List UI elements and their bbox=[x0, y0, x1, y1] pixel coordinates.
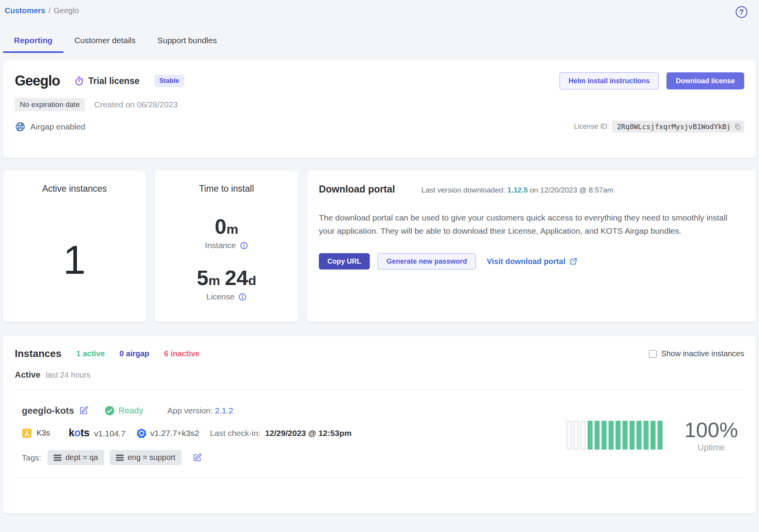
license-summary-card: Geeglo Trial license Stable Helm install… bbox=[3, 60, 756, 158]
license-id-value: 2Rq8WLcsjfxqrMysjvB1WodYkBj bbox=[617, 122, 731, 131]
license-id-badge: 2Rq8WLcsjfxqrMysjvB1WodYkBj bbox=[612, 121, 744, 133]
copy-icon[interactable] bbox=[734, 123, 741, 130]
status-label: Ready bbox=[119, 406, 143, 416]
kubernetes-icon bbox=[136, 428, 147, 438]
uptime-bar bbox=[623, 421, 628, 450]
app-version: App version: 2.1.2 bbox=[167, 406, 233, 415]
tag-label: dept = qa bbox=[65, 453, 98, 462]
uptime-bar bbox=[574, 421, 579, 450]
customer-reporting-page: Customers/Geeglo ? Reporting Customer de… bbox=[0, 0, 759, 532]
last-version-downloaded: Last version downloaded: 1.12.5 on 12/20… bbox=[421, 186, 614, 194]
kots-version-group: kots v1.104.7 bbox=[68, 427, 125, 439]
tab-reporting[interactable]: Reporting bbox=[3, 33, 63, 53]
uptime-bar bbox=[588, 421, 593, 450]
license-time-unit-1: m bbox=[208, 273, 220, 288]
divider bbox=[15, 478, 744, 478]
kots-version: v1.104.7 bbox=[94, 429, 126, 438]
license-id-label: License ID: bbox=[574, 122, 609, 131]
uptime-bar bbox=[602, 421, 607, 450]
stopwatch-icon bbox=[74, 76, 84, 86]
instances-title: Instances bbox=[15, 348, 61, 360]
airgap-count[interactable]: 0 airgap bbox=[119, 349, 149, 358]
airgap-label: Airgap enabled bbox=[30, 122, 85, 131]
breadcrumb: Customers/Geeglo bbox=[5, 6, 79, 15]
license-time-label-row: License bbox=[163, 292, 290, 301]
instances-card: Instances 1 active 0 airgap 6 inactive S… bbox=[3, 336, 756, 513]
instance-name: geeglo-kots bbox=[22, 405, 74, 416]
check-circle-icon bbox=[105, 406, 115, 416]
uptime-bar bbox=[658, 421, 663, 450]
expiration-badge: No expiration date bbox=[15, 98, 85, 111]
last-version-suffix: on 12/20/2023 @ 8:57am bbox=[530, 186, 614, 194]
license-time-label: License bbox=[206, 292, 234, 301]
tag-badge: eng = support bbox=[110, 450, 182, 465]
visit-download-portal-label: Visit download portal bbox=[487, 257, 565, 266]
show-inactive-label: Show inactive instances bbox=[661, 349, 744, 358]
time-to-install-title: Time to install bbox=[163, 184, 290, 194]
tag-lines-icon bbox=[54, 455, 61, 461]
distribution: K3s bbox=[22, 428, 50, 438]
globe-slash-icon bbox=[15, 121, 26, 132]
kots-logo-o: o bbox=[74, 427, 80, 439]
active-instances-value: 1 bbox=[11, 237, 138, 283]
license-type-label: Trial license bbox=[88, 76, 140, 86]
license-install-time: 5m24d bbox=[163, 266, 290, 290]
created-date: Created on 06/28/2023 bbox=[94, 100, 178, 109]
breadcrumb-current: Geeglo bbox=[54, 6, 79, 15]
download-portal-title: Download portal bbox=[319, 184, 395, 195]
active-count[interactable]: 1 active bbox=[76, 349, 105, 358]
generate-new-password-button[interactable]: Generate new password bbox=[378, 253, 476, 270]
show-inactive-toggle[interactable]: Show inactive instances bbox=[649, 349, 744, 358]
instance-status: Ready bbox=[105, 406, 143, 416]
tab-customer-details[interactable]: Customer details bbox=[63, 33, 147, 53]
copy-url-button[interactable]: Copy URL bbox=[319, 253, 370, 270]
license-type: Trial license bbox=[74, 76, 140, 86]
last-checkin-label: Last check-in: bbox=[210, 429, 261, 438]
kots-logo-k: k bbox=[68, 427, 74, 439]
visit-download-portal-link[interactable]: Visit download portal bbox=[487, 257, 578, 266]
uptime-bar bbox=[567, 421, 572, 450]
tab-support-bundles[interactable]: Support bundles bbox=[147, 33, 228, 53]
info-icon[interactable] bbox=[240, 242, 248, 250]
external-link-icon bbox=[569, 257, 578, 266]
distribution-label: K3s bbox=[37, 429, 50, 438]
app-version-link[interactable]: 2.1.2 bbox=[215, 406, 233, 415]
download-portal-card: Download portal Last version downloaded:… bbox=[307, 170, 756, 322]
last-version-link[interactable]: 1.12.5 bbox=[507, 186, 528, 194]
uptime-bar bbox=[644, 421, 649, 450]
active-section-sublabel: last 24 hours bbox=[46, 371, 91, 380]
help-icon[interactable]: ? bbox=[736, 6, 747, 18]
k8s-version: v1.27.7+k3s2 bbox=[150, 429, 199, 438]
uptime-summary: 100% Uptime bbox=[567, 418, 744, 453]
uptime-bar bbox=[637, 421, 642, 450]
active-instances-card: Active instances 1 bbox=[3, 170, 146, 322]
active-instances-title: Active instances bbox=[11, 184, 138, 194]
topbar: Customers/Geeglo ? bbox=[0, 0, 759, 18]
inactive-count[interactable]: 6 inactive bbox=[164, 349, 199, 358]
instance-time-value: 0 bbox=[215, 215, 226, 238]
edit-tags-icon[interactable] bbox=[192, 453, 202, 462]
uptime-block: 100% Uptime bbox=[684, 418, 738, 453]
channel-badge: Stable bbox=[154, 75, 184, 87]
show-inactive-checkbox[interactable] bbox=[649, 350, 657, 358]
license-time-value-1: 5 bbox=[197, 266, 208, 289]
license-time-unit-2: d bbox=[248, 273, 256, 288]
uptime-bars bbox=[567, 421, 663, 450]
license-time-value-2: 24 bbox=[225, 266, 248, 289]
k8s-version-group: v1.27.7+k3s2 bbox=[136, 428, 199, 438]
uptime-bar bbox=[616, 421, 621, 450]
download-license-button[interactable]: Download license bbox=[666, 72, 744, 89]
edit-name-icon[interactable] bbox=[79, 406, 88, 415]
instance-row: geeglo-kots bbox=[15, 390, 744, 467]
helm-install-instructions-button[interactable]: Helm install instructions bbox=[560, 72, 659, 89]
breadcrumb-customers-link[interactable]: Customers bbox=[5, 6, 45, 15]
info-icon[interactable] bbox=[238, 293, 247, 301]
metrics-row: Active instances 1 Time to install 0m In… bbox=[3, 170, 756, 322]
time-to-install-card: Time to install 0m Instance 5m24d Licens… bbox=[155, 170, 298, 322]
breadcrumb-separator: / bbox=[48, 6, 51, 15]
uptime-bar bbox=[651, 421, 656, 450]
instance-time-unit: m bbox=[226, 222, 238, 236]
k3s-icon bbox=[22, 428, 32, 438]
uptime-percent: 100% bbox=[684, 418, 738, 442]
license-id-row: License ID: 2Rq8WLcsjfxqrMysjvB1WodYkBj bbox=[574, 121, 744, 133]
